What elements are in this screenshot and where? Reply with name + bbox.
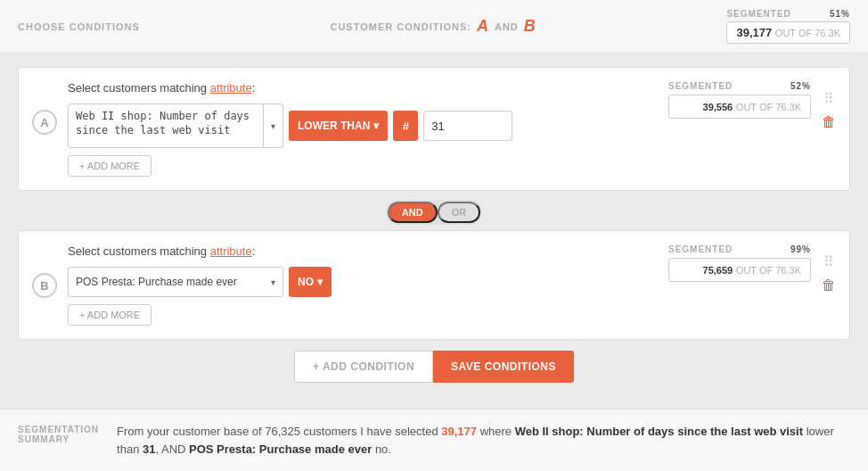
attribute-selector-b: ▾ xyxy=(68,267,283,297)
summary-text: From your customer base of 76,325 custom… xyxy=(117,423,850,458)
toggle-or-btn[interactable]: OR xyxy=(438,202,481,223)
main-container: CHOOSE CONDITIONS CUSTOMER CONDITIONS: A… xyxy=(0,0,868,471)
choose-conditions-label: CHOOSE CONDITIONS xyxy=(18,21,140,32)
condition-row-b: ▾ NO ▾ xyxy=(68,267,658,297)
delete-icon-a[interactable]: 🗑 xyxy=(822,114,836,130)
header-segmented-value: 39,177 OUT OF 76.3K xyxy=(726,21,850,44)
content-area: A Select customers matching attribute: W… xyxy=(0,54,868,409)
condition-stats-b: SEGMENTED 99% 75,659 OUT OF 76.3K xyxy=(668,244,811,282)
stats-label-a: SEGMENTED 52% xyxy=(668,81,811,91)
customer-conditions-text: CUSTOMER CONDITIONS: xyxy=(330,21,471,32)
attribute-input-b[interactable] xyxy=(68,267,264,297)
drag-icon-a[interactable]: ⠿ xyxy=(823,90,834,107)
condition-row-a: Web II shop: Number of days since the la… xyxy=(68,103,658,148)
attribute-link-b[interactable]: attribute xyxy=(210,244,252,258)
condition-body-b: Select customers matching attribute: ▾ N… xyxy=(68,244,658,326)
stats-value-b: 75,659 OUT OF 76.3K xyxy=(668,258,811,282)
customer-conditions-label: CUSTOMER CONDITIONS: A AND B xyxy=(330,17,536,36)
toggle-wrapper: AND OR xyxy=(386,200,482,225)
header-segmented-label: SEGMENTED 51% xyxy=(726,9,850,19)
value-input-a[interactable] xyxy=(423,111,512,141)
attribute-dropdown-b[interactable]: ▾ xyxy=(264,267,283,297)
attribute-input-a[interactable]: Web II shop: Number of days since the la… xyxy=(68,103,264,148)
toggle-container: AND OR xyxy=(18,200,850,225)
condition-card-b: B Select customers matching attribute: ▾… xyxy=(18,230,850,340)
header-stats: SEGMENTED 51% 39,177 OUT OF 76.3K xyxy=(726,9,850,44)
drag-icon-b[interactable]: ⠿ xyxy=(823,253,834,270)
add-condition-button[interactable]: + ADD CONDITION xyxy=(294,351,433,383)
delete-icon-b[interactable]: 🗑 xyxy=(822,277,836,293)
condition-actions-a: ⠿ 🗑 xyxy=(822,81,836,130)
add-more-btn-b[interactable]: + ADD MORE xyxy=(68,304,151,326)
bottom-buttons: + ADD CONDITION SAVE CONDITIONS xyxy=(18,351,850,383)
condition-a-letter: A xyxy=(477,17,489,36)
attribute-link-a[interactable]: attribute xyxy=(210,81,252,95)
condition-card-a: A Select customers matching attribute: W… xyxy=(18,67,850,191)
attribute-dropdown-a[interactable]: ▾ xyxy=(264,103,283,148)
attribute-selector-a: Web II shop: Number of days since the la… xyxy=(68,103,283,148)
summary-label: SEGMENTATION SUMMARY xyxy=(18,423,99,444)
condition-b-letter: B xyxy=(524,17,536,36)
condition-body-a: Select customers matching attribute: Web… xyxy=(68,81,658,177)
operator-btn-b[interactable]: NO ▾ xyxy=(289,267,332,297)
add-more-btn-a[interactable]: + ADD MORE xyxy=(68,155,151,177)
header: CHOOSE CONDITIONS CUSTOMER CONDITIONS: A… xyxy=(0,0,868,54)
and-connector: AND xyxy=(495,21,519,32)
stats-label-b: SEGMENTED 99% xyxy=(668,244,811,254)
operator-btn-a[interactable]: LOWER THAN ▾ xyxy=(289,111,388,141)
summary-bar: SEGMENTATION SUMMARY From your customer … xyxy=(0,409,868,471)
condition-label-b: B xyxy=(32,273,57,298)
hash-badge-a: # xyxy=(393,111,418,141)
condition-title-b: Select customers matching attribute: xyxy=(68,244,658,258)
condition-stats-a: SEGMENTED 52% 39,556 OUT OF 76.3K xyxy=(668,81,811,119)
stats-value-a: 39,556 OUT OF 76.3K xyxy=(668,95,811,119)
condition-label-a: A xyxy=(32,110,57,135)
condition-actions-b: ⠿ 🗑 xyxy=(822,244,836,293)
toggle-and-btn[interactable]: AND xyxy=(388,202,438,223)
save-conditions-button[interactable]: SAVE CONDITIONS xyxy=(433,351,574,383)
condition-title-a: Select customers matching attribute: xyxy=(68,81,658,95)
